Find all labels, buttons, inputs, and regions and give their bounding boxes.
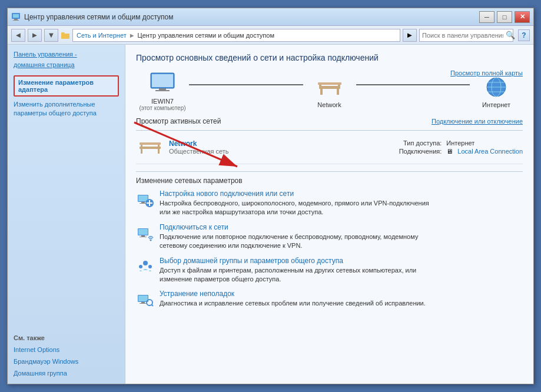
svg-rect-35: [140, 237, 147, 237]
svg-rect-6: [159, 88, 166, 90]
folder-icon: [61, 31, 70, 40]
minimize-button[interactable]: ─: [479, 11, 494, 23]
svg-rect-3: [13, 20, 19, 21]
titlebar-buttons: ─ □ ✕: [479, 11, 530, 23]
homegroup-svg: [137, 258, 154, 276]
active-net-info: Network Общественная сеть: [169, 139, 394, 155]
active-networks-title: Просмотр активных сетей: [136, 117, 432, 125]
active-net-name[interactable]: Network: [169, 139, 394, 148]
window-icon: [11, 12, 21, 22]
svg-rect-11: [318, 82, 341, 85]
internet-node-label: Интернет: [482, 101, 510, 108]
troubleshoot-icon: [136, 291, 155, 310]
connections-label: Подключения:: [394, 148, 442, 155]
help-button[interactable]: ?: [518, 29, 530, 41]
forward-button[interactable]: ►: [28, 29, 42, 42]
svg-point-39: [148, 265, 152, 268]
svg-rect-7: [155, 90, 170, 91]
section-divider-1: [136, 130, 523, 131]
dropdown-button[interactable]: ▼: [44, 29, 58, 42]
computer-node-sublabel: (этот компьютер): [139, 105, 185, 111]
breadcrumb-part1[interactable]: Сеть и Интернет: [77, 32, 127, 39]
svg-rect-10: [337, 89, 339, 95]
content-pane: Просмотр основных сведений о сети и наст…: [125, 45, 533, 384]
svg-rect-24: [158, 149, 160, 154]
network-svg: [316, 75, 344, 99]
connections-row: Подключения: 🖥 Local Area Connection: [394, 148, 523, 155]
sidebar: Панель управления - домашняя страница Из…: [8, 45, 125, 384]
breadcrumb-bar: Сеть и Интернет ► Центр управления сетям…: [72, 29, 400, 42]
addressbar: ◄ ► ▼ Сеть и Интернет ► Центр управления…: [8, 26, 533, 45]
sidebar-adapter-item[interactable]: Изменение параметров адаптера: [14, 75, 119, 97]
network-bench-icon: [138, 137, 162, 158]
connect-content: Подключиться к сети Подключение или повт…: [160, 223, 418, 251]
computer-svg: [148, 72, 177, 95]
new-connection-link[interactable]: Настройка нового подключения или сети: [160, 190, 429, 198]
view-full-map-link[interactable]: Просмотр полной карты: [450, 69, 523, 77]
svg-rect-13: [338, 85, 340, 86]
troubleshoot-svg: [137, 291, 154, 309]
new-connection-icon: [136, 191, 155, 210]
change-item-new-connection: Настройка нового подключения или сети На…: [136, 190, 523, 217]
connector-1: [189, 84, 303, 85]
network-node-label: Network: [317, 101, 341, 108]
svg-point-37: [143, 261, 148, 265]
sidebar-advanced-link[interactable]: Изменить дополнительные параметры общего…: [14, 100, 119, 118]
sidebar-home-line1[interactable]: Панель управления -: [14, 51, 119, 58]
internet-svg: [482, 75, 510, 99]
svg-rect-8: [319, 86, 340, 89]
homegroup-link[interactable]: Выбор домашней группы и параметров общег…: [160, 257, 416, 265]
connect-svg: [137, 225, 154, 242]
connect-disconnect-link[interactable]: Подключение или отключение: [432, 118, 523, 125]
homegroup-content: Выбор домашней группы и параметров общег…: [160, 257, 416, 284]
svg-line-45: [152, 305, 154, 307]
titlebar: Центр управления сетями и общим доступом…: [8, 8, 533, 26]
network-icon: [316, 73, 344, 101]
svg-rect-9: [320, 89, 323, 95]
network-node-computer: IEWIN7 (этот компьютер): [136, 69, 189, 111]
svg-rect-33: [138, 229, 148, 235]
change-item-connect: Подключиться к сети Подключение или повт…: [136, 223, 523, 251]
sidebar-internet-options[interactable]: Internet Options: [14, 346, 119, 353]
go-button[interactable]: ►: [403, 29, 417, 42]
connect-desc: Подключение или повторное подключение к …: [160, 232, 418, 251]
change-item-troubleshoot: Устранение неполадок Диагностика и испра…: [136, 290, 523, 310]
new-connection-desc: Настройка беспроводного, широкополосного…: [160, 199, 429, 217]
access-type-value: Интернет: [446, 139, 474, 147]
connection-icon: 🖥: [446, 148, 453, 155]
access-type-label: Тип доступа:: [394, 139, 442, 147]
new-connection-content: Настройка нового подключения или сети На…: [160, 190, 429, 217]
main-content: Панель управления - домашняя страница Из…: [8, 45, 533, 384]
active-net-icon: [136, 135, 164, 159]
svg-rect-42: [141, 302, 145, 303]
active-networks-header: Просмотр активных сетей Подключение или …: [136, 117, 523, 125]
sidebar-home-line2[interactable]: домашняя страница: [14, 61, 119, 68]
svg-rect-1: [13, 14, 19, 18]
content-title: Просмотр основных сведений о сети и наст…: [136, 53, 523, 62]
sidebar-windows-firewall[interactable]: Брандмауэр Windows: [14, 358, 119, 365]
maximize-button[interactable]: □: [497, 11, 512, 23]
main-window: Центр управления сетями и общим доступом…: [7, 8, 534, 384]
computer-icon: [148, 69, 177, 98]
close-button[interactable]: ✕: [515, 11, 530, 23]
svg-rect-20: [141, 145, 142, 147]
svg-rect-23: [141, 149, 142, 154]
svg-rect-27: [141, 202, 145, 203]
sidebar-home-group[interactable]: Домашняя группа: [14, 370, 119, 377]
active-net-details: Тип доступа: Интернет Подключения: 🖥 Loc…: [394, 139, 523, 155]
internet-icon: [482, 73, 510, 101]
troubleshoot-link[interactable]: Устранение неполадок: [160, 290, 426, 298]
svg-rect-2: [14, 19, 18, 20]
connect-link[interactable]: Подключиться к сети: [160, 223, 418, 231]
active-net-type: Общественная сеть: [169, 148, 394, 155]
svg-rect-21: [158, 145, 160, 147]
computer-node-label: IEWIN7: [151, 98, 174, 105]
sidebar-adapter-label[interactable]: Изменение параметров адаптера: [14, 75, 119, 97]
svg-rect-19: [140, 142, 161, 145]
new-connection-svg: [137, 191, 154, 209]
search-icon[interactable]: 🔍: [506, 31, 515, 39]
back-button[interactable]: ◄: [11, 29, 25, 42]
search-input[interactable]: [422, 32, 503, 39]
connections-value[interactable]: Local Area Connection: [457, 148, 523, 155]
network-node-internet: Интернет: [470, 73, 523, 108]
